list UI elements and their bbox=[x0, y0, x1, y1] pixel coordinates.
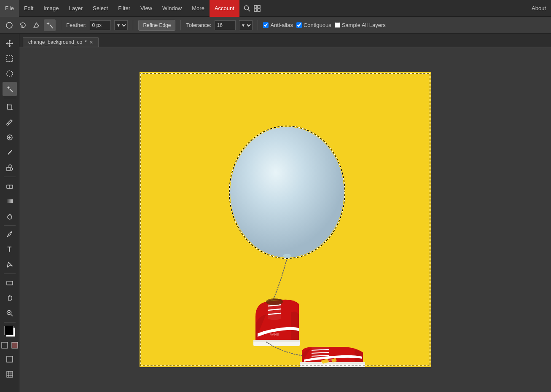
quick-mask-off[interactable] bbox=[0, 341, 9, 349]
menu-window[interactable]: Window bbox=[157, 0, 187, 17]
tool-marquee-rect[interactable] bbox=[3, 51, 17, 66]
tolerance-input[interactable] bbox=[215, 20, 236, 30]
svg-rect-35 bbox=[7, 371, 13, 377]
svg-point-17 bbox=[10, 168, 13, 170]
search-icon[interactable] bbox=[242, 3, 252, 13]
contiguous-group: Contiguous bbox=[296, 22, 331, 28]
anti-alias-label: Anti-alias bbox=[270, 22, 293, 28]
tab-close-btn[interactable]: ✕ bbox=[89, 40, 93, 45]
svg-rect-40 bbox=[253, 340, 300, 342]
foreground-color-swatch[interactable] bbox=[4, 326, 13, 335]
menu-layer[interactable]: Layer bbox=[64, 0, 88, 17]
refine-edge-button[interactable]: Refine Edge bbox=[138, 20, 175, 31]
tool-shape[interactable] bbox=[3, 276, 17, 290]
svg-point-10 bbox=[7, 71, 13, 77]
tool-magic-wand[interactable] bbox=[3, 82, 17, 96]
svg-rect-3 bbox=[258, 5, 260, 8]
tolerance-dropdown[interactable]: ▾ bbox=[239, 20, 253, 30]
svg-text:VANS: VANS bbox=[270, 333, 279, 336]
document-tab[interactable]: change_background_co * ✕ bbox=[23, 37, 99, 47]
menu-more[interactable]: More bbox=[187, 0, 210, 17]
svg-rect-30 bbox=[7, 356, 13, 362]
svg-line-11 bbox=[10, 89, 13, 92]
menu-image[interactable]: Image bbox=[38, 0, 64, 17]
svg-point-45 bbox=[266, 298, 283, 305]
contiguous-checkbox[interactable] bbox=[296, 22, 302, 28]
tool-stamp[interactable] bbox=[3, 161, 17, 175]
svg-rect-2 bbox=[254, 5, 257, 8]
svg-rect-18 bbox=[7, 185, 13, 188]
tool-healing[interactable] bbox=[3, 130, 17, 145]
svg-line-1 bbox=[248, 9, 250, 11]
toolbar-sep-3 bbox=[180, 20, 181, 30]
menu-about[interactable]: About bbox=[527, 0, 551, 17]
grid-view-btn[interactable] bbox=[3, 367, 17, 381]
feather-label: Feather: bbox=[66, 22, 86, 28]
tolerance-label: Tolerance: bbox=[186, 22, 211, 28]
sidebar-sep-2 bbox=[4, 177, 16, 177]
canvas-area: change_background_co * ✕ bbox=[19, 34, 551, 392]
tool-burn[interactable] bbox=[3, 209, 17, 223]
menu-select[interactable]: Select bbox=[88, 0, 113, 17]
tool-move[interactable] bbox=[3, 36, 17, 51]
tool-pen[interactable] bbox=[3, 227, 17, 242]
tool-crop[interactable] bbox=[3, 100, 17, 114]
tool-gradient[interactable] bbox=[3, 194, 17, 208]
menu-filter[interactable]: Filter bbox=[113, 0, 135, 17]
magic-wand-btn[interactable] bbox=[44, 19, 56, 31]
svg-point-22 bbox=[11, 231, 12, 233]
svg-point-0 bbox=[244, 5, 248, 10]
tool-brush[interactable] bbox=[3, 145, 17, 160]
lasso-btn[interactable] bbox=[17, 19, 29, 31]
expand-icon[interactable] bbox=[252, 3, 262, 13]
menu-view[interactable]: View bbox=[135, 0, 157, 17]
svg-rect-47 bbox=[300, 362, 365, 364]
menu-file[interactable]: File bbox=[0, 0, 19, 17]
canvas-document: VANS bbox=[140, 72, 431, 367]
svg-point-21 bbox=[8, 215, 12, 219]
tool-zoom[interactable] bbox=[3, 306, 17, 320]
sidebar-sep-4 bbox=[4, 274, 16, 274]
svg-rect-28 bbox=[2, 342, 8, 348]
tool-path-select[interactable] bbox=[3, 258, 17, 272]
sidebar-sep-3 bbox=[4, 225, 16, 226]
svg-point-12 bbox=[7, 124, 8, 125]
menu-account[interactable]: Account bbox=[210, 0, 239, 17]
canvas-artwork: VANS bbox=[140, 72, 431, 367]
tool-text[interactable]: T bbox=[3, 242, 17, 257]
sidebar-sep-1 bbox=[4, 98, 16, 98]
feather-dropdown[interactable]: ▾ bbox=[114, 20, 128, 30]
tool-eyedropper[interactable] bbox=[3, 115, 17, 129]
toolbar-sep-4 bbox=[258, 20, 258, 30]
menu-bar: File Edit Image Layer Select Filter View… bbox=[0, 0, 551, 17]
svg-rect-29 bbox=[12, 342, 18, 348]
screen-mode-btn[interactable] bbox=[3, 352, 17, 366]
tool-eraser[interactable] bbox=[3, 179, 17, 193]
anti-alias-checkbox[interactable] bbox=[263, 22, 269, 28]
tool-hand[interactable] bbox=[3, 291, 17, 305]
polygonal-lasso-btn[interactable] bbox=[30, 19, 42, 31]
toolbar-sep-1 bbox=[61, 20, 61, 30]
svg-point-6 bbox=[6, 22, 12, 28]
canvas-scroll-area[interactable]: VANS bbox=[19, 47, 551, 392]
quick-mask-on[interactable] bbox=[11, 341, 19, 349]
feather-input[interactable] bbox=[90, 20, 111, 30]
svg-rect-9 bbox=[7, 56, 13, 62]
anti-alias-group: Anti-alias bbox=[263, 22, 293, 28]
main-area: T bbox=[0, 34, 551, 392]
menu-edit[interactable]: Edit bbox=[19, 0, 38, 17]
sidebar-sep-5 bbox=[4, 322, 16, 322]
svg-rect-4 bbox=[254, 9, 257, 11]
tab-filename: change_background_co bbox=[28, 39, 82, 45]
tab-bar: change_background_co * ✕ bbox=[19, 34, 551, 47]
toolbar-sep-2 bbox=[133, 20, 133, 30]
sample-all-layers-checkbox[interactable] bbox=[335, 22, 340, 28]
svg-rect-16 bbox=[7, 167, 10, 171]
svg-point-36 bbox=[230, 127, 344, 258]
sample-all-layers-label: Sample All Layers bbox=[342, 22, 386, 28]
elliptical-marquee-btn[interactable] bbox=[3, 19, 15, 31]
svg-rect-5 bbox=[258, 9, 260, 11]
svg-marker-7 bbox=[34, 23, 39, 28]
tool-lasso[interactable] bbox=[3, 67, 17, 81]
color-swatches[interactable] bbox=[3, 324, 17, 338]
